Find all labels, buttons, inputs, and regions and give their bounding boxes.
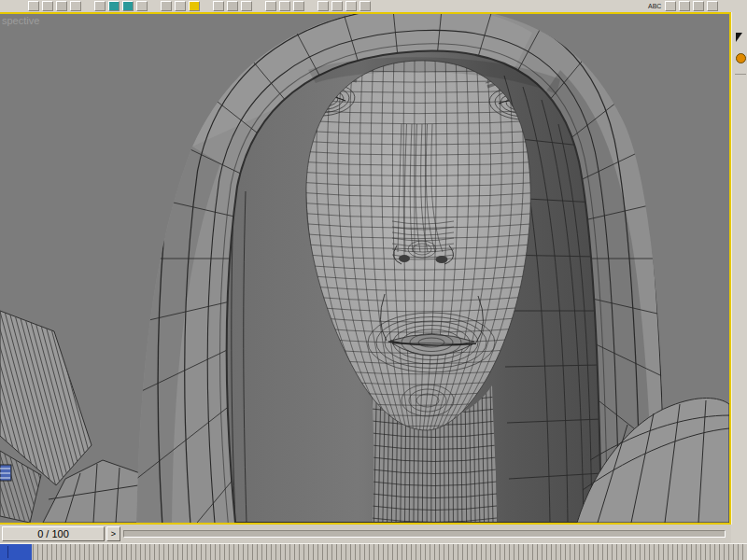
selection-filter-icon[interactable] [70, 1, 81, 11]
angle-snap-icon[interactable] [213, 1, 224, 11]
time-slider-button[interactable]: 0 / 100 [2, 526, 105, 541]
main-toolbar: ABC [0, 0, 747, 13]
reference-coordinate-icon[interactable] [136, 1, 148, 11]
command-panel [731, 12, 747, 525]
material-editor-icon[interactable] [345, 1, 357, 11]
render-setup-icon[interactable] [359, 1, 371, 11]
time-slider-track[interactable] [123, 530, 726, 538]
quick-render-icon[interactable] [679, 1, 690, 11]
select-and-move-icon[interactable] [94, 1, 106, 11]
3d-app-window: ABC spective 0 / 100 > [0, 0, 747, 560]
next-frame-button[interactable]: > [106, 526, 120, 541]
track-bar-selection[interactable] [0, 544, 32, 560]
render-frame-icon[interactable] [707, 1, 718, 11]
align-icon[interactable] [279, 1, 290, 11]
viewport-scene[interactable] [0, 14, 729, 523]
percent-snap-icon[interactable] [227, 1, 238, 11]
perspective-viewport[interactable]: spective [0, 12, 731, 525]
schematic-view-icon[interactable] [331, 1, 343, 11]
cursor-icon[interactable] [736, 33, 742, 42]
select-and-manipulate-icon[interactable] [175, 1, 186, 11]
select-by-name-icon[interactable] [42, 1, 53, 11]
layer-manager-icon[interactable] [293, 1, 304, 11]
render-type-label: ABC [648, 3, 661, 9]
select-object-icon[interactable] [28, 1, 39, 11]
snap-toggle-icon[interactable] [189, 1, 200, 11]
toolbar-icon-group [28, 1, 371, 11]
time-slider-row: 0 / 100 > [0, 525, 731, 543]
toolbar-icon-group-right [665, 1, 718, 11]
render-last-icon[interactable] [693, 1, 704, 11]
orange-circle-icon[interactable] [736, 53, 746, 63]
select-and-scale-icon[interactable] [122, 1, 134, 11]
select-and-rotate-icon[interactable] [108, 1, 120, 11]
viewport-label[interactable]: spective [2, 15, 39, 26]
panel-divider [735, 74, 746, 75]
track-bar[interactable] [0, 543, 747, 560]
use-pivot-point-icon[interactable] [161, 1, 172, 11]
selection-region-icon[interactable] [56, 1, 67, 11]
render-type-icon[interactable] [665, 1, 676, 11]
named-selection-sets-icon[interactable] [241, 1, 252, 11]
curve-editor-icon[interactable] [317, 1, 329, 11]
mirror-icon[interactable] [265, 1, 276, 11]
